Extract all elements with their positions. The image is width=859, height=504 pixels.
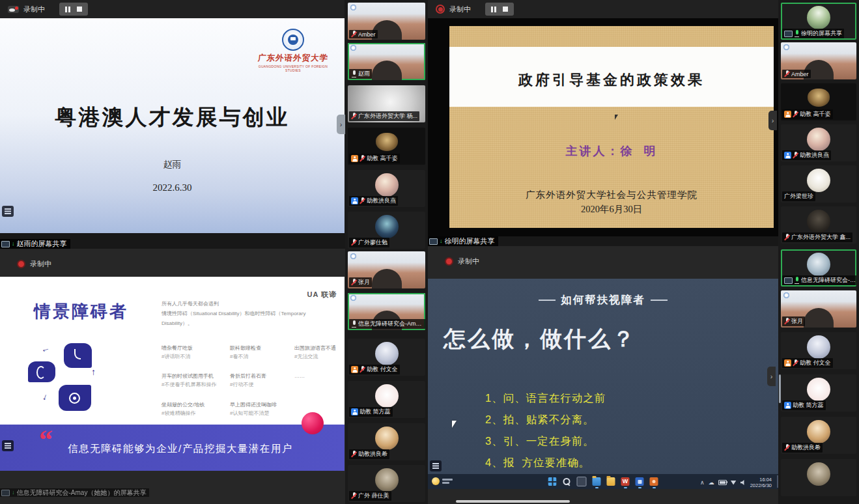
mic-muted-icon bbox=[351, 279, 357, 286]
participant-name: 广外廖仕勉 bbox=[358, 238, 387, 247]
mic-muted-icon bbox=[351, 492, 357, 499]
pause-recording-button[interactable] bbox=[65, 7, 70, 12]
participant-tile[interactable]: 信息无障碍研究会-Amay... bbox=[348, 293, 425, 330]
slide-point: 1、问、语言在行动之前 bbox=[485, 391, 606, 406]
participant-tile[interactable] bbox=[781, 459, 856, 496]
name-tag: 助教洪良燕 bbox=[782, 150, 831, 160]
mic-muted-icon bbox=[784, 318, 790, 325]
participant-name: 广外 薛仕美 bbox=[358, 492, 389, 500]
avatar bbox=[808, 89, 830, 107]
role-badge-icon bbox=[351, 197, 358, 204]
sidebar-toggle-icon[interactable] bbox=[2, 206, 14, 217]
shared-slide-talent: 广东外语外贸大学 GUANGDONG UNIVERSITY OF FOREIGN… bbox=[0, 18, 345, 233]
participant-tile[interactable]: 张月 bbox=[781, 290, 856, 328]
name-tag: 助教 付文全 bbox=[349, 365, 400, 374]
avatar bbox=[376, 133, 398, 151]
stop-recording-button[interactable] bbox=[503, 7, 508, 12]
participant-name: 助教 付文全 bbox=[367, 365, 398, 374]
sidebar-toggle-icon[interactable] bbox=[430, 460, 442, 471]
participant-tile[interactable]: 广东外语外贸大学 鑫... bbox=[781, 206, 856, 244]
participant-tile[interactable]: 助教 高千姿 bbox=[348, 128, 425, 165]
name-tag: 助教洪良希 bbox=[349, 449, 389, 459]
role-badge-icon bbox=[351, 155, 358, 162]
participant-tile[interactable]: 助教 简方蕊 bbox=[781, 374, 856, 412]
network-icon[interactable] bbox=[731, 481, 737, 485]
participant-tile[interactable]: 助教洪良燕 bbox=[781, 124, 856, 161]
participant-video bbox=[372, 61, 402, 80]
participant-tile[interactable]: 广外廖仕勉 bbox=[348, 212, 425, 249]
pause-recording-button[interactable] bbox=[491, 7, 496, 12]
volume-icon[interactable] bbox=[740, 480, 746, 485]
name-tag: 广东外语外贸大学 杨... bbox=[349, 111, 419, 121]
slide-title: 政府引导基金的政策效果 bbox=[449, 70, 774, 90]
strip-scroll-indicator[interactable] bbox=[779, 374, 781, 403]
participant-tile[interactable]: 赵雨 bbox=[348, 43, 425, 80]
mic-muted-icon bbox=[793, 359, 798, 367]
start-button[interactable] bbox=[548, 477, 557, 486]
onedrive-cloud-icon[interactable]: ☁ bbox=[709, 480, 714, 486]
folder-icon[interactable] bbox=[607, 477, 615, 486]
participant-name: 助教 付文全 bbox=[800, 359, 831, 367]
weather-widget[interactable] bbox=[432, 477, 453, 485]
slide-intro: 所有人几乎每天都会遇到 情境性障碍（Situational Disability… bbox=[162, 299, 341, 328]
task-view-icon[interactable] bbox=[577, 477, 587, 486]
participant-tile[interactable]: 信息无障碍研究会-A... bbox=[781, 249, 856, 287]
name-tag: 赵雨 bbox=[349, 69, 372, 79]
collapse-strip-chevron[interactable]: › bbox=[767, 367, 776, 386]
battery-icon[interactable] bbox=[718, 480, 727, 485]
participant-name: Amber bbox=[358, 31, 376, 38]
participant-tile[interactable]: 助教 付文全 bbox=[348, 339, 425, 376]
participant-tile[interactable]: 广东外语外贸大学 杨... bbox=[348, 85, 425, 122]
participant-name: Amber bbox=[791, 71, 809, 77]
role-badge-icon bbox=[784, 152, 791, 159]
scenario-cell: 出国旅游语言不通 #无法交流 bbox=[294, 344, 344, 361]
participant-name: 信息无障碍研究会-Amay... bbox=[358, 320, 425, 328]
collapse-strip-chevron[interactable]: › bbox=[768, 111, 777, 130]
stop-recording-button[interactable] bbox=[77, 7, 82, 12]
participant-tile[interactable]: 助教 高千姿 bbox=[781, 83, 856, 120]
mic-muted-icon bbox=[784, 444, 790, 451]
screen-share-icon bbox=[429, 238, 438, 245]
participant-tile[interactable]: 助教 简方蕊 bbox=[348, 381, 425, 418]
word-icon[interactable]: W bbox=[621, 477, 630, 486]
participant-tile[interactable]: 张月 bbox=[348, 251, 425, 288]
teams-icon[interactable] bbox=[636, 477, 644, 486]
mic-muted-icon bbox=[351, 451, 357, 458]
screen-share-icon bbox=[1, 241, 10, 247]
participant-tile[interactable]: 助教洪良希 bbox=[348, 423, 425, 460]
recording-indicator: 录制中 bbox=[17, 259, 51, 269]
record-cloud-icon bbox=[8, 6, 19, 13]
participant-tile[interactable]: 徐明的屏幕共享 bbox=[781, 3, 856, 40]
avatar bbox=[375, 427, 399, 450]
mouse-cursor bbox=[452, 421, 457, 428]
participant-tile[interactable]: 助教 付文全 bbox=[781, 332, 856, 369]
participant-tile[interactable]: Amber bbox=[781, 42, 856, 79]
participant-name: 助教洪良燕 bbox=[367, 197, 396, 205]
scenario-cell: 早上困得还没喝咖啡 #认知可能不清楚 bbox=[230, 400, 295, 417]
participant-tile[interactable]: 广外梁世珍 bbox=[781, 165, 856, 203]
name-tag: 广东外语外贸大学 鑫... bbox=[782, 232, 852, 242]
scrollbar-pill[interactable] bbox=[456, 500, 570, 503]
screen-share-icon bbox=[784, 277, 793, 284]
collapse-strip-chevron[interactable]: › bbox=[337, 115, 345, 134]
participant-tile[interactable]: Amber bbox=[348, 3, 425, 40]
file-explorer-icon[interactable] bbox=[593, 477, 601, 486]
participant-tile[interactable]: 助教洪良燕 bbox=[348, 170, 425, 207]
participant-tile[interactable]: 广外 薛仕美 bbox=[348, 465, 425, 502]
avatar bbox=[807, 169, 830, 192]
sidebar-toggle-icon[interactable] bbox=[2, 440, 14, 451]
mic-muted-icon bbox=[351, 113, 357, 120]
screen-share-tag: ↓ 赵雨的屏幕共享 bbox=[0, 239, 70, 249]
recording-indicator: 录制中 bbox=[445, 257, 479, 266]
avatar bbox=[807, 335, 830, 359]
decorative-circle bbox=[302, 412, 324, 434]
tray-chevron-up-icon[interactable]: ∧ bbox=[700, 480, 705, 486]
search-icon[interactable] bbox=[563, 477, 571, 486]
taskbar-clock[interactable]: 16:04 2022/6/30 bbox=[750, 477, 772, 488]
powerpoint-icon[interactable] bbox=[650, 477, 658, 486]
slide-title: 怎么做，做什么？ bbox=[444, 324, 636, 354]
recording-toolbar: 录制中 bbox=[0, 0, 345, 18]
slide-speaker: 主讲人：徐 明 bbox=[449, 143, 774, 159]
screen-share-tag: ↓ 信息无障碍研究会-Amay（她她）的屏幕共享 bbox=[0, 488, 149, 497]
participant-tile[interactable]: 助教洪良希 bbox=[781, 417, 856, 454]
